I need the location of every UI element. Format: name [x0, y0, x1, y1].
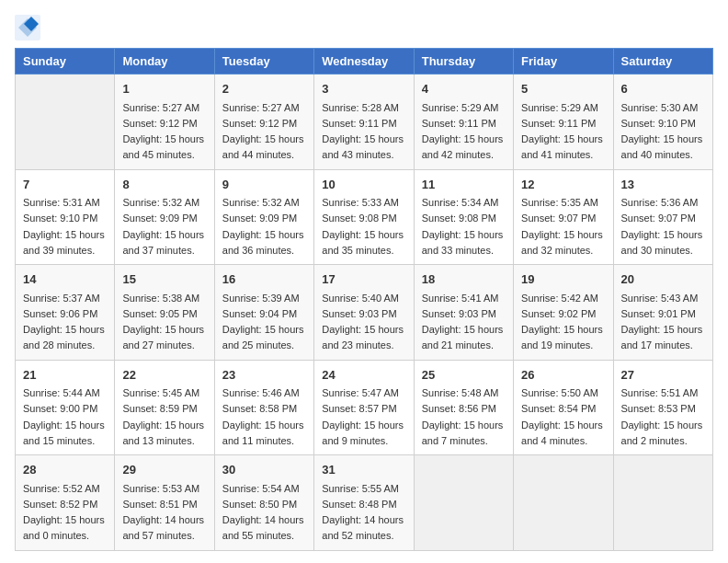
calendar-cell — [16, 75, 115, 170]
page-header — [15, 15, 713, 40]
calendar-cell: 15Sunrise: 5:38 AM Sunset: 9:05 PM Dayli… — [115, 265, 214, 361]
day-number: 3 — [322, 80, 405, 98]
day-number: 19 — [521, 270, 605, 289]
day-number: 11 — [422, 176, 506, 194]
calendar-cell: 20Sunrise: 5:43 AM Sunset: 9:01 PM Dayli… — [613, 265, 712, 361]
calendar-cell: 1Sunrise: 5:27 AM Sunset: 9:12 PM Daylig… — [115, 75, 214, 170]
calendar-cell: 12Sunrise: 5:35 AM Sunset: 9:07 PM Dayli… — [514, 169, 613, 265]
calendar-cell: 8Sunrise: 5:32 AM Sunset: 9:09 PM Daylig… — [115, 169, 214, 265]
day-info: Sunrise: 5:44 AM Sunset: 9:00 PM Dayligh… — [23, 387, 105, 446]
calendar-cell: 3Sunrise: 5:28 AM Sunset: 9:11 PM Daylig… — [314, 75, 414, 170]
day-number: 22 — [122, 366, 206, 385]
calendar-cell: 4Sunrise: 5:29 AM Sunset: 9:11 PM Daylig… — [414, 75, 513, 170]
calendar-cell: 27Sunrise: 5:51 AM Sunset: 8:53 PM Dayli… — [613, 360, 712, 455]
day-number: 25 — [422, 366, 506, 385]
calendar-cell: 26Sunrise: 5:50 AM Sunset: 8:54 PM Dayli… — [514, 360, 613, 455]
day-info: Sunrise: 5:29 AM Sunset: 9:11 PM Dayligh… — [422, 102, 504, 161]
day-info: Sunrise: 5:46 AM Sunset: 8:58 PM Dayligh… — [222, 387, 304, 446]
day-info: Sunrise: 5:29 AM Sunset: 9:11 PM Dayligh… — [521, 102, 603, 161]
calendar-cell: 21Sunrise: 5:44 AM Sunset: 9:00 PM Dayli… — [16, 360, 115, 455]
day-header-tuesday: Tuesday — [214, 49, 313, 75]
day-info: Sunrise: 5:54 AM Sunset: 8:50 PM Dayligh… — [222, 483, 304, 542]
day-number: 9 — [222, 176, 306, 194]
calendar-cell: 13Sunrise: 5:36 AM Sunset: 9:07 PM Dayli… — [613, 169, 712, 265]
logo — [15, 15, 44, 40]
calendar-cell: 7Sunrise: 5:31 AM Sunset: 9:10 PM Daylig… — [16, 169, 115, 265]
calendar-cell — [414, 455, 513, 551]
calendar-cell: 29Sunrise: 5:53 AM Sunset: 8:51 PM Dayli… — [115, 455, 214, 551]
day-number: 28 — [23, 461, 107, 479]
calendar-week-5: 28Sunrise: 5:52 AM Sunset: 8:52 PM Dayli… — [16, 455, 713, 551]
day-info: Sunrise: 5:39 AM Sunset: 9:04 PM Dayligh… — [222, 293, 304, 351]
calendar-cell: 31Sunrise: 5:55 AM Sunset: 8:48 PM Dayli… — [314, 455, 414, 551]
day-number: 31 — [322, 461, 405, 479]
calendar-cell: 6Sunrise: 5:30 AM Sunset: 9:10 PM Daylig… — [613, 75, 712, 170]
day-info: Sunrise: 5:37 AM Sunset: 9:06 PM Dayligh… — [23, 293, 105, 351]
calendar-cell: 14Sunrise: 5:37 AM Sunset: 9:06 PM Dayli… — [16, 265, 115, 361]
day-number: 26 — [521, 366, 605, 385]
calendar-cell — [613, 455, 712, 551]
calendar-cell: 23Sunrise: 5:46 AM Sunset: 8:58 PM Dayli… — [214, 360, 313, 455]
day-info: Sunrise: 5:27 AM Sunset: 9:12 PM Dayligh… — [122, 102, 204, 161]
day-info: Sunrise: 5:30 AM Sunset: 9:10 PM Dayligh… — [621, 102, 703, 161]
day-number: 18 — [422, 270, 506, 289]
day-number: 12 — [521, 176, 605, 194]
calendar-cell: 17Sunrise: 5:40 AM Sunset: 9:03 PM Dayli… — [314, 265, 414, 361]
day-number: 7 — [23, 176, 107, 194]
day-info: Sunrise: 5:36 AM Sunset: 9:07 PM Dayligh… — [621, 197, 703, 256]
day-info: Sunrise: 5:31 AM Sunset: 9:10 PM Dayligh… — [23, 197, 105, 256]
calendar-cell: 2Sunrise: 5:27 AM Sunset: 9:12 PM Daylig… — [214, 75, 313, 170]
calendar-body: 1Sunrise: 5:27 AM Sunset: 9:12 PM Daylig… — [16, 75, 713, 551]
calendar-cell — [514, 455, 613, 551]
day-number: 8 — [122, 176, 206, 194]
calendar-week-4: 21Sunrise: 5:44 AM Sunset: 9:00 PM Dayli… — [16, 360, 713, 455]
day-number: 30 — [222, 461, 306, 479]
calendar-cell: 5Sunrise: 5:29 AM Sunset: 9:11 PM Daylig… — [514, 75, 613, 170]
day-info: Sunrise: 5:33 AM Sunset: 9:08 PM Dayligh… — [322, 197, 404, 256]
day-header-saturday: Saturday — [613, 49, 712, 75]
day-number: 24 — [322, 366, 405, 385]
day-number: 27 — [621, 366, 705, 385]
calendar-cell: 18Sunrise: 5:41 AM Sunset: 9:03 PM Dayli… — [414, 265, 513, 361]
day-header-monday: Monday — [115, 49, 214, 75]
day-info: Sunrise: 5:32 AM Sunset: 9:09 PM Dayligh… — [222, 197, 304, 256]
day-number: 6 — [621, 80, 705, 98]
day-number: 16 — [222, 270, 306, 289]
day-info: Sunrise: 5:53 AM Sunset: 8:51 PM Dayligh… — [122, 483, 204, 542]
day-info: Sunrise: 5:27 AM Sunset: 9:12 PM Dayligh… — [222, 102, 304, 161]
day-number: 23 — [222, 366, 306, 385]
calendar-cell: 24Sunrise: 5:47 AM Sunset: 8:57 PM Dayli… — [314, 360, 414, 455]
logo-icon — [15, 15, 40, 40]
day-info: Sunrise: 5:50 AM Sunset: 8:54 PM Dayligh… — [521, 387, 603, 446]
calendar-table: SundayMondayTuesdayWednesdayThursdayFrid… — [15, 48, 713, 551]
day-number: 13 — [621, 176, 705, 194]
day-header-sunday: Sunday — [16, 49, 115, 75]
day-info: Sunrise: 5:47 AM Sunset: 8:57 PM Dayligh… — [322, 387, 404, 446]
day-number: 14 — [23, 270, 107, 289]
day-info: Sunrise: 5:43 AM Sunset: 9:01 PM Dayligh… — [621, 293, 703, 351]
day-info: Sunrise: 5:32 AM Sunset: 9:09 PM Dayligh… — [122, 197, 204, 256]
day-info: Sunrise: 5:45 AM Sunset: 8:59 PM Dayligh… — [122, 387, 204, 446]
day-info: Sunrise: 5:38 AM Sunset: 9:05 PM Dayligh… — [122, 293, 204, 351]
calendar-cell: 22Sunrise: 5:45 AM Sunset: 8:59 PM Dayli… — [115, 360, 214, 455]
day-number: 21 — [23, 366, 107, 385]
day-info: Sunrise: 5:42 AM Sunset: 9:02 PM Dayligh… — [521, 293, 603, 351]
day-header-thursday: Thursday — [414, 49, 513, 75]
calendar-cell: 30Sunrise: 5:54 AM Sunset: 8:50 PM Dayli… — [214, 455, 313, 551]
day-info: Sunrise: 5:48 AM Sunset: 8:56 PM Dayligh… — [422, 387, 504, 446]
calendar-cell: 28Sunrise: 5:52 AM Sunset: 8:52 PM Dayli… — [16, 455, 115, 551]
day-number: 10 — [322, 176, 405, 194]
day-header-friday: Friday — [514, 49, 613, 75]
day-info: Sunrise: 5:41 AM Sunset: 9:03 PM Dayligh… — [422, 293, 504, 351]
calendar-cell: 9Sunrise: 5:32 AM Sunset: 9:09 PM Daylig… — [214, 169, 313, 265]
day-info: Sunrise: 5:52 AM Sunset: 8:52 PM Dayligh… — [23, 483, 105, 542]
calendar-week-2: 7Sunrise: 5:31 AM Sunset: 9:10 PM Daylig… — [16, 169, 713, 265]
calendar-cell: 19Sunrise: 5:42 AM Sunset: 9:02 PM Dayli… — [514, 265, 613, 361]
calendar-week-1: 1Sunrise: 5:27 AM Sunset: 9:12 PM Daylig… — [16, 75, 713, 170]
day-number: 5 — [521, 80, 605, 98]
calendar-cell: 25Sunrise: 5:48 AM Sunset: 8:56 PM Dayli… — [414, 360, 513, 455]
day-info: Sunrise: 5:35 AM Sunset: 9:07 PM Dayligh… — [521, 197, 603, 256]
day-number: 17 — [322, 270, 405, 289]
days-header-row: SundayMondayTuesdayWednesdayThursdayFrid… — [16, 49, 713, 75]
calendar-cell: 10Sunrise: 5:33 AM Sunset: 9:08 PM Dayli… — [314, 169, 414, 265]
